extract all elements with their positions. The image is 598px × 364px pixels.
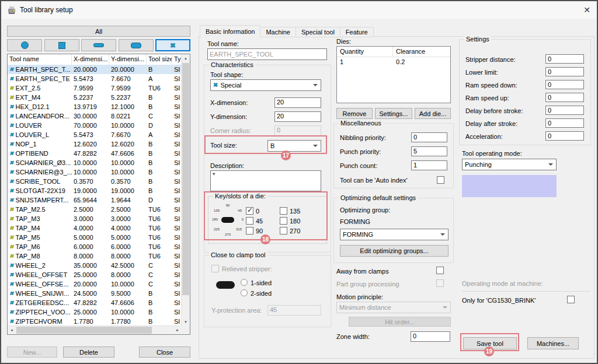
rectangle-tool-filter-button[interactable]: [81, 39, 116, 51]
acceleration-field[interactable]: 0: [545, 131, 584, 141]
key-slot-270-checkbox[interactable]: [280, 227, 287, 235]
y-dimension-label: Y-dimension:: [210, 113, 247, 120]
away-from-clamps-checkbox[interactable]: [436, 267, 444, 274]
add-die-button[interactable]: Add die...: [415, 108, 451, 119]
relieved-stripper-checkbox: [211, 265, 219, 272]
dies-row[interactable]: 1 0.2: [337, 57, 450, 66]
table-row[interactable]: ✖EXT_M4 5.2237 5.2237 B SI: [8, 93, 182, 102]
vertical-scroll-thumb[interactable]: [182, 63, 189, 295]
tool-x-icon: ✖: [9, 104, 14, 110]
edit-optimizing-groups-button[interactable]: Edit optimizing groups...: [340, 245, 448, 257]
description-field[interactable]: *: [210, 170, 321, 191]
stripper-distance-field[interactable]: 0: [545, 54, 584, 64]
col-tool-name[interactable]: Tool name: [8, 54, 72, 65]
table-row[interactable]: ✖EARTH_SPEC_TE 5.5473 7.6670 A SI: [8, 74, 182, 83]
round-tool-filter-button[interactable]: [7, 39, 42, 51]
table-row[interactable]: ✖SNIJSTAMPERT... 65.9644 1.9644 D SI: [8, 195, 182, 205]
table-row[interactable]: ✖ZETGEREEDSC... 47.8282 47.6606 B SI: [8, 298, 182, 307]
special-tool-filter-button[interactable]: ✖: [155, 39, 190, 51]
table-row[interactable]: ✖SCHARNIER_Ø3... 10.0000 10.0000 B SI: [8, 158, 182, 167]
ram-speed-up-field[interactable]: 0: [545, 93, 584, 102]
remove-die-button[interactable]: Remove: [336, 108, 373, 119]
table-row[interactable]: ✖LOUVER_L 5.5473 7.6670 A SI: [8, 130, 182, 139]
delete-button[interactable]: Delete: [63, 346, 114, 358]
table-row[interactable]: ✖TAP_M8 8.0000 8.0000 TU6 SI: [8, 251, 182, 261]
two-sided-radio[interactable]: [241, 289, 248, 296]
col-tool-size[interactable]: Tool size: [147, 54, 172, 65]
table-row[interactable]: ✖TAP_M3 3.0000 3.0000 TU6 SI: [8, 214, 182, 223]
obround-tool-filter-button[interactable]: [119, 39, 154, 51]
lower-limit-field[interactable]: 0: [545, 67, 584, 76]
scroll-right-icon[interactable]: ►: [173, 326, 182, 334]
table-row[interactable]: ✖ZIPPTECH_VOO... 25.0000 10.0000 B SI: [8, 307, 182, 317]
annotation-badge-19: 19: [484, 346, 494, 356]
key-slot-180-checkbox[interactable]: [280, 217, 287, 225]
one-sided-radio[interactable]: [241, 279, 248, 286]
col-x-dimension[interactable]: X-dimensi...: [72, 54, 109, 65]
close-icon[interactable]: ✕: [579, 2, 594, 18]
delay-before-stroke-field[interactable]: 0: [545, 106, 584, 115]
tab-basic-information[interactable]: Basic information: [200, 25, 260, 38]
table-row[interactable]: ✖WHEEL_2 35.0000 42.5000 C SI: [8, 261, 182, 270]
table-row[interactable]: ✖TAP_M2.5 2.5000 2.5000 TU6 SI: [8, 205, 182, 214]
die-settings-button[interactable]: Settings...: [375, 108, 412, 119]
machines-button[interactable]: Machines...: [527, 337, 579, 349]
table-row[interactable]: ✖SLOTGAT-22X19 19.0000 19.0000 B SI: [8, 186, 182, 195]
table-row[interactable]: ✖SCHARNIER@3_... 10.0000 10.0000 B SI: [8, 167, 182, 177]
horizontal-scrollbar[interactable]: ◄ ►: [8, 326, 182, 334]
punch-count-field[interactable]: 1: [411, 160, 447, 170]
close-button[interactable]: Close: [139, 346, 190, 358]
table-row[interactable]: ✖TAP_M4 4.0000 4.0000 TU6 SI: [8, 223, 182, 233]
tool-size-dropdown[interactable]: B: [267, 140, 321, 152]
tool-operating-mode-dropdown[interactable]: Punching: [462, 159, 557, 170]
scroll-left-icon[interactable]: ◄: [8, 326, 16, 334]
table-row[interactable]: ✖WHEEL_OFFSE... 20.0000 10.0000 C SI: [8, 279, 182, 289]
horizontal-scroll-thumb[interactable]: [16, 327, 152, 334]
table-row[interactable]: ✖EXT_2.5 7.9599 7.9599 TU6 SI: [8, 83, 182, 93]
tool-name-field[interactable]: EARTH_SPEC_TOOL: [207, 48, 327, 60]
nibbling-priority-field[interactable]: 0: [411, 132, 447, 142]
col-type[interactable]: Ty: [172, 54, 182, 65]
table-row[interactable]: ✖WHEEL_SNIJWI... 24.5000 9.5000 B SI: [8, 289, 182, 298]
table-row[interactable]: ✖SCRIBE_TOOL 0.3570 0.3570 B SI: [8, 177, 182, 186]
scroll-down-icon[interactable]: ▼: [182, 318, 190, 326]
table-row[interactable]: ✖LANCEANDFOR... 30.0000 8.0221 C SI: [8, 111, 182, 121]
optimizing-group-value: FORMING: [343, 231, 373, 238]
table-row[interactable]: ✖OPTIBEND 47.8282 47.6606 B SI: [8, 149, 182, 158]
auto-index-checkbox[interactable]: [437, 176, 444, 184]
tab-machine[interactable]: Machine: [260, 27, 296, 37]
tab-feature[interactable]: Feature: [340, 27, 374, 37]
key-slot-0-checkbox[interactable]: [246, 207, 253, 215]
optimizing-group-dropdown[interactable]: FORMING: [340, 229, 448, 240]
ram-speed-down-field[interactable]: 0: [545, 80, 584, 89]
table-row[interactable]: ✖TAP_M6 6.0000 6.0000 TU6 SI: [8, 242, 182, 251]
tool-shape-dropdown[interactable]: ✖ Special: [210, 79, 321, 91]
dies-col-quantity[interactable]: Quantity: [337, 47, 393, 57]
only-for-checkbox[interactable]: [567, 296, 575, 303]
tool-x-icon: ✖: [9, 151, 14, 156]
key-slot-45-checkbox[interactable]: [246, 217, 253, 225]
tab-special-tool[interactable]: Special tool: [295, 27, 340, 37]
table-row[interactable]: ✖HEX_D12.1 13.9719 12.1000 B SI: [8, 102, 182, 111]
punch-priority-field[interactable]: 5: [411, 146, 447, 156]
table-row[interactable]: ✖ZIPTECHVORM 1.7780 1.7780 B SI: [8, 317, 182, 326]
table-row[interactable]: ✖WHEEL_OFFSET 25.0000 8.0000 C SI: [8, 270, 182, 279]
table-row[interactable]: ✖TAP_M5 5.0000 5.0000 TU6 SI: [8, 233, 182, 242]
x-dimension-field[interactable]: 20: [274, 97, 321, 108]
all-filter-button[interactable]: All: [7, 26, 190, 37]
table-row[interactable]: ✖LOUVER 70.0000 10.0000 D SI: [8, 121, 182, 130]
col-y-dimension[interactable]: Y-dimensi...: [109, 54, 147, 65]
tool-x-icon: ✖: [9, 188, 14, 194]
key-slot-270-label: 270: [290, 228, 300, 235]
vertical-scrollbar[interactable]: ▲ ▼: [181, 54, 190, 326]
key-slot-135-checkbox[interactable]: [280, 207, 287, 215]
square-tool-filter-button[interactable]: [44, 39, 79, 51]
key-slot-90-checkbox[interactable]: [246, 227, 253, 235]
table-row[interactable]: ✖NOP_1 12.6020 12.6020 B SI: [8, 139, 182, 149]
zone-width-field[interactable]: 0: [411, 331, 450, 342]
delay-after-stroke-field[interactable]: 0: [545, 118, 584, 128]
y-dimension-field[interactable]: 20: [274, 111, 321, 122]
scroll-up-icon[interactable]: ▲: [182, 54, 190, 62]
table-row[interactable]: ✖EARTH_SPEC_T... 20.0000 20.0000 B SI: [8, 65, 182, 74]
dies-col-clearance[interactable]: Clearance: [393, 47, 450, 57]
